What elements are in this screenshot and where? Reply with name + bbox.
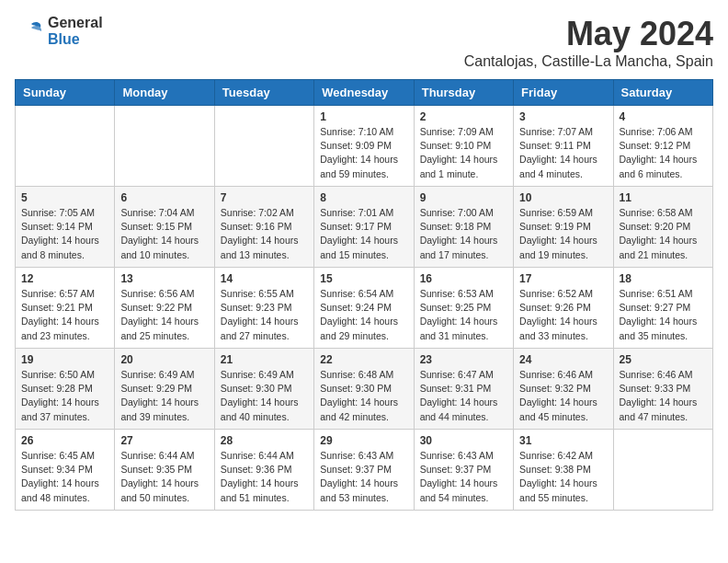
calendar-week-row: 19Sunrise: 6:50 AM Sunset: 9:28 PM Dayli… [16, 349, 713, 430]
calendar-cell: 30Sunrise: 6:43 AM Sunset: 9:37 PM Dayli… [414, 430, 513, 511]
day-number: 23 [420, 353, 507, 366]
day-number: 19 [21, 353, 108, 366]
calendar-week-row: 1Sunrise: 7:10 AM Sunset: 9:09 PM Daylig… [16, 106, 713, 187]
cell-content: Sunrise: 6:56 AM Sunset: 9:22 PM Dayligh… [120, 287, 208, 343]
day-number: 8 [320, 191, 407, 204]
weekday-header-friday: Friday [514, 80, 613, 106]
day-number: 4 [620, 110, 707, 123]
day-number: 21 [221, 353, 308, 366]
calendar-cell [613, 430, 712, 511]
calendar-cell: 18Sunrise: 6:51 AM Sunset: 9:27 PM Dayli… [613, 268, 712, 349]
day-number: 20 [120, 353, 208, 366]
weekday-header-tuesday: Tuesday [214, 80, 313, 106]
day-number: 9 [420, 191, 507, 204]
cell-content: Sunrise: 6:52 AM Sunset: 9:26 PM Dayligh… [519, 287, 607, 343]
day-number: 25 [620, 353, 707, 366]
day-number: 7 [221, 191, 308, 204]
day-number: 10 [519, 191, 607, 204]
calendar-cell: 25Sunrise: 6:46 AM Sunset: 9:33 PM Dayli… [613, 349, 712, 430]
cell-content: Sunrise: 7:10 AM Sunset: 9:09 PM Dayligh… [320, 125, 407, 181]
calendar-cell: 14Sunrise: 6:55 AM Sunset: 9:23 PM Dayli… [214, 268, 313, 349]
cell-content: Sunrise: 6:59 AM Sunset: 9:19 PM Dayligh… [519, 206, 607, 262]
day-number: 28 [221, 434, 308, 447]
calendar-cell: 20Sunrise: 6:49 AM Sunset: 9:29 PM Dayli… [115, 349, 214, 430]
calendar-cell: 3Sunrise: 7:07 AM Sunset: 9:11 PM Daylig… [514, 106, 613, 187]
weekday-header-sunday: Sunday [16, 80, 115, 106]
calendar-cell: 23Sunrise: 6:47 AM Sunset: 9:31 PM Dayli… [414, 349, 513, 430]
cell-content: Sunrise: 7:00 AM Sunset: 9:18 PM Dayligh… [420, 206, 507, 262]
day-number: 27 [120, 434, 208, 447]
page-header: General Blue May 2024 Cantalojas, Castil… [15, 15, 713, 70]
day-number: 1 [320, 110, 407, 123]
weekday-header-thursday: Thursday [414, 80, 513, 106]
cell-content: Sunrise: 6:45 AM Sunset: 9:34 PM Dayligh… [21, 449, 108, 505]
calendar-cell: 13Sunrise: 6:56 AM Sunset: 9:22 PM Dayli… [115, 268, 214, 349]
calendar-cell: 24Sunrise: 6:46 AM Sunset: 9:32 PM Dayli… [514, 349, 613, 430]
calendar-cell: 11Sunrise: 6:58 AM Sunset: 9:20 PM Dayli… [613, 187, 712, 268]
cell-content: Sunrise: 6:44 AM Sunset: 9:36 PM Dayligh… [221, 449, 308, 505]
calendar-cell: 6Sunrise: 7:04 AM Sunset: 9:15 PM Daylig… [115, 187, 214, 268]
calendar-cell [214, 106, 313, 187]
calendar-cell [16, 106, 115, 187]
logo-blue: Blue [48, 31, 80, 47]
weekday-header-wednesday: Wednesday [314, 80, 414, 106]
cell-content: Sunrise: 6:58 AM Sunset: 9:20 PM Dayligh… [620, 206, 707, 262]
day-number: 12 [21, 272, 108, 285]
calendar-week-row: 26Sunrise: 6:45 AM Sunset: 9:34 PM Dayli… [16, 430, 713, 511]
cell-content: Sunrise: 7:01 AM Sunset: 9:17 PM Dayligh… [320, 206, 407, 262]
calendar-cell: 7Sunrise: 7:02 AM Sunset: 9:16 PM Daylig… [214, 187, 313, 268]
calendar-cell: 5Sunrise: 7:05 AM Sunset: 9:14 PM Daylig… [16, 187, 115, 268]
cell-content: Sunrise: 7:07 AM Sunset: 9:11 PM Dayligh… [519, 125, 607, 181]
cell-content: Sunrise: 6:42 AM Sunset: 9:38 PM Dayligh… [519, 449, 607, 505]
cell-content: Sunrise: 6:47 AM Sunset: 9:31 PM Dayligh… [420, 368, 507, 424]
day-number: 16 [420, 272, 507, 285]
cell-content: Sunrise: 7:06 AM Sunset: 9:12 PM Dayligh… [620, 125, 707, 181]
calendar-cell: 4Sunrise: 7:06 AM Sunset: 9:12 PM Daylig… [613, 106, 712, 187]
calendar-cell: 15Sunrise: 6:54 AM Sunset: 9:24 PM Dayli… [314, 268, 414, 349]
cell-content: Sunrise: 7:04 AM Sunset: 9:15 PM Dayligh… [120, 206, 208, 262]
cell-content: Sunrise: 7:09 AM Sunset: 9:10 PM Dayligh… [420, 125, 507, 181]
logo: General Blue [15, 15, 103, 48]
weekday-header-saturday: Saturday [613, 80, 712, 106]
calendar-cell: 16Sunrise: 6:53 AM Sunset: 9:25 PM Dayli… [414, 268, 513, 349]
calendar-cell: 1Sunrise: 7:10 AM Sunset: 9:09 PM Daylig… [314, 106, 414, 187]
day-number: 14 [221, 272, 308, 285]
logo-text: General Blue [48, 15, 103, 48]
calendar-cell: 29Sunrise: 6:43 AM Sunset: 9:37 PM Dayli… [314, 430, 414, 511]
day-number: 22 [320, 353, 407, 366]
day-number: 24 [519, 353, 607, 366]
day-number: 11 [620, 191, 707, 204]
calendar-table: SundayMondayTuesdayWednesdayThursdayFrid… [15, 79, 713, 511]
cell-content: Sunrise: 6:57 AM Sunset: 9:21 PM Dayligh… [21, 287, 108, 343]
logo-general: General [48, 15, 103, 30]
calendar-week-row: 5Sunrise: 7:05 AM Sunset: 9:14 PM Daylig… [16, 187, 713, 268]
cell-content: Sunrise: 6:46 AM Sunset: 9:33 PM Dayligh… [620, 368, 707, 424]
calendar-cell: 28Sunrise: 6:44 AM Sunset: 9:36 PM Dayli… [214, 430, 313, 511]
day-number: 17 [519, 272, 607, 285]
day-number: 13 [120, 272, 208, 285]
cell-content: Sunrise: 6:44 AM Sunset: 9:35 PM Dayligh… [120, 449, 208, 505]
main-title: May 2024 [464, 15, 713, 53]
day-number: 29 [320, 434, 407, 447]
title-block: May 2024 Cantalojas, Castille-La Mancha,… [464, 15, 713, 70]
cell-content: Sunrise: 6:53 AM Sunset: 9:25 PM Dayligh… [420, 287, 507, 343]
day-number: 15 [320, 272, 407, 285]
calendar-cell [115, 106, 214, 187]
cell-content: Sunrise: 7:05 AM Sunset: 9:14 PM Dayligh… [21, 206, 108, 262]
day-number: 2 [420, 110, 507, 123]
calendar-cell: 17Sunrise: 6:52 AM Sunset: 9:26 PM Dayli… [514, 268, 613, 349]
day-number: 3 [519, 110, 607, 123]
logo-bird-icon [15, 17, 44, 46]
calendar-cell: 19Sunrise: 6:50 AM Sunset: 9:28 PM Dayli… [16, 349, 115, 430]
cell-content: Sunrise: 6:43 AM Sunset: 9:37 PM Dayligh… [420, 449, 507, 505]
weekday-header-row: SundayMondayTuesdayWednesdayThursdayFrid… [16, 80, 713, 106]
calendar-cell: 27Sunrise: 6:44 AM Sunset: 9:35 PM Dayli… [115, 430, 214, 511]
calendar-cell: 9Sunrise: 7:00 AM Sunset: 9:18 PM Daylig… [414, 187, 513, 268]
cell-content: Sunrise: 6:54 AM Sunset: 9:24 PM Dayligh… [320, 287, 407, 343]
day-number: 26 [21, 434, 108, 447]
cell-content: Sunrise: 6:46 AM Sunset: 9:32 PM Dayligh… [519, 368, 607, 424]
day-number: 30 [420, 434, 507, 447]
calendar-cell: 2Sunrise: 7:09 AM Sunset: 9:10 PM Daylig… [414, 106, 513, 187]
calendar-cell: 8Sunrise: 7:01 AM Sunset: 9:17 PM Daylig… [314, 187, 414, 268]
calendar-cell: 12Sunrise: 6:57 AM Sunset: 9:21 PM Dayli… [16, 268, 115, 349]
